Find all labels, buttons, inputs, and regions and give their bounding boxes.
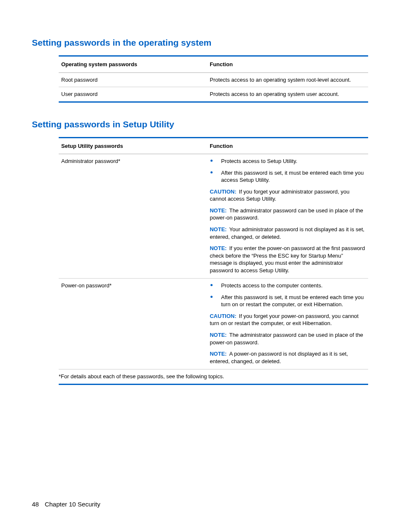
note: NOTE:A power-on password is not displaye…: [210, 350, 366, 365]
keyword-note: NOTE:: [210, 226, 226, 232]
section-heading-setup-utility: Setting passwords in Setup Utility: [32, 119, 368, 129]
table-header-right: Function: [207, 137, 368, 154]
cell-function: Protects access to the computer contents…: [207, 279, 368, 369]
document-page: Setting passwords in the operating syste…: [0, 0, 400, 532]
bullet-text: After this password is set, it must be e…: [221, 169, 366, 184]
table-header-left: Operating system passwords: [59, 56, 207, 73]
cell-label: User password: [59, 87, 207, 102]
list-item: After this password is set, it must be e…: [210, 294, 366, 308]
bullet-text: Protects access to the computer contents…: [221, 282, 322, 289]
bullet-icon: [210, 160, 213, 162]
note: NOTE:If you enter the power-on password …: [210, 245, 366, 274]
note-text: The administrator password can be used i…: [210, 207, 363, 221]
table-row: Power-on password* Protects access to th…: [59, 279, 368, 369]
bullet-icon: [210, 284, 213, 286]
table-footnote: *For details about each of these passwor…: [59, 369, 368, 385]
bullet-text: After this password is set, it must be e…: [221, 294, 366, 308]
chapter-label: Chapter 10 Security: [45, 501, 101, 508]
keyword-caution: CAUTION:: [210, 189, 236, 195]
table-row: Root password Protects access to an oper…: [59, 72, 368, 87]
bullet-icon: [210, 296, 213, 298]
page-number: 48: [32, 501, 39, 508]
cell-function: Protects access to an operating system r…: [207, 72, 368, 87]
note: NOTE:Your administrator password is not …: [210, 226, 366, 240]
cell-label: Power-on password*: [59, 279, 207, 369]
list-item: Protects access to Setup Utility.: [210, 158, 366, 165]
note: NOTE:The administrator password can be u…: [210, 331, 366, 346]
keyword-note: NOTE:: [210, 245, 226, 251]
bullet-icon: [210, 171, 213, 173]
caution-note: CAUTION:If you forget your administrator…: [210, 188, 366, 203]
cell-label: Administrator password*: [59, 154, 207, 279]
keyword-note: NOTE:: [210, 207, 226, 214]
table-header-right: Function: [207, 56, 368, 73]
note-text: Your administrator password is not displ…: [210, 226, 364, 240]
table-setup-utility: Setup Utility passwords Function Adminis…: [59, 137, 368, 385]
table-os-passwords: Operating system passwords Function Root…: [59, 55, 368, 103]
list-item: After this password is set, it must be e…: [210, 169, 366, 184]
section-heading-os-passwords: Setting passwords in the operating syste…: [32, 38, 368, 48]
footnote-text: *For details about each of these passwor…: [59, 369, 368, 385]
note-text: A power-on password is not displayed as …: [210, 351, 348, 364]
note: NOTE:The administrator password can be u…: [210, 207, 366, 222]
list-item: Protects access to the computer contents…: [210, 282, 366, 289]
table-row: User password Protects access to an oper…: [59, 87, 368, 102]
page-footer: 48 Chapter 10 Security: [32, 501, 368, 508]
note-text: If you enter the power-on password at th…: [210, 245, 365, 274]
caution-note: CAUTION:If you forget your power-on pass…: [210, 312, 366, 327]
keyword-note: NOTE:: [210, 351, 226, 357]
keyword-caution: CAUTION:: [210, 313, 236, 319]
cell-function: Protects access to Setup Utility. After …: [207, 154, 368, 279]
keyword-note: NOTE:: [210, 332, 226, 338]
table-header-left: Setup Utility passwords: [59, 137, 207, 154]
note-text: The administrator password can be used i…: [210, 332, 363, 346]
table-row: Administrator password* Protects access …: [59, 154, 368, 279]
bullet-text: Protects access to Setup Utility.: [221, 158, 297, 165]
cell-label: Root password: [59, 72, 207, 87]
cell-function: Protects access to an operating system u…: [207, 87, 368, 102]
